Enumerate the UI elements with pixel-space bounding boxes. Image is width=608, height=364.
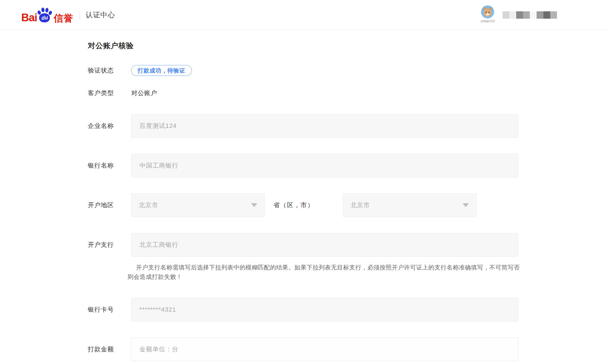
province-select-value: 北京市 — [139, 201, 251, 209]
amount-label: 打款金额 — [88, 345, 131, 354]
card-number-label: 银行卡号 — [88, 305, 131, 314]
region-middle-label: 省（区，市） — [273, 201, 322, 209]
chevron-down-icon — [463, 203, 469, 207]
amount-input[interactable] — [131, 337, 518, 361]
logo-text-xinyu: 信誉 — [54, 13, 73, 23]
logo-text-bai: Bai — [21, 12, 37, 23]
status-label: 验证状态 — [88, 66, 131, 75]
customer-type-value: 对公账户 — [131, 89, 157, 97]
form-row-branch: 开户支行 — [88, 233, 608, 257]
form-row-bank-name: 银行名称 — [88, 154, 608, 177]
card-number-input[interactable] — [131, 298, 518, 322]
bank-name-label: 银行名称 — [88, 161, 131, 170]
baidu-paw-icon: du — [37, 7, 52, 23]
branch-label: 开户支行 — [88, 241, 131, 249]
province-select[interactable]: 北京市 — [131, 193, 265, 217]
chevron-down-icon — [251, 203, 257, 207]
header-right: zybqjy123 — [481, 7, 557, 23]
page-title: 对公账户核验 — [88, 41, 608, 51]
form-row-status: 验证状态 打款成功，待验证 — [88, 65, 608, 76]
bear-avatar-icon — [481, 5, 494, 18]
city-select-value: 北京市 — [350, 201, 463, 209]
form-row-company-name: 企业名称 — [88, 114, 608, 138]
form-row-card-number: 银行卡号 — [88, 298, 608, 322]
username-label: zybqjy123 — [481, 19, 495, 23]
main-content: 对公账户核验 验证状态 打款成功，待验证 客户类型 对公账户 企业名称 银行名称… — [0, 30, 608, 361]
redacted-text-block — [503, 11, 557, 19]
branch-input[interactable] — [131, 233, 518, 257]
header-title: 认证中心 — [86, 10, 115, 20]
verification-form: 验证状态 打款成功，待验证 客户类型 对公账户 企业名称 银行名称 开户地区 北… — [88, 65, 608, 361]
bank-name-input[interactable] — [131, 154, 518, 177]
branch-help-text: 开户支行名称需填写后选择下拉列表中的模糊匹配的结果。如果下拉列表无目标支行，必须… — [127, 263, 524, 281]
baidu-xinyu-logo[interactable]: Bai du 信誉 — [21, 7, 73, 23]
form-row-amount: 打款金额 — [88, 337, 608, 361]
header-divider — [80, 10, 80, 20]
user-avatar-block[interactable]: zybqjy123 — [481, 5, 495, 23]
form-row-customer-type: 客户类型 对公账户 — [88, 88, 608, 98]
customer-type-label: 客户类型 — [88, 89, 131, 97]
status-badge: 打款成功，待验证 — [131, 65, 192, 76]
top-header: Bai du 信誉 认证中心 zybqjy123 — [0, 0, 608, 30]
logo-text-du: du — [41, 14, 48, 21]
form-row-region: 开户地区 北京市 省（区，市） 北京市 — [88, 193, 608, 217]
company-name-input[interactable] — [131, 114, 518, 138]
city-select[interactable]: 北京市 — [343, 193, 477, 217]
region-label: 开户地区 — [88, 201, 131, 209]
company-name-label: 企业名称 — [88, 122, 131, 130]
